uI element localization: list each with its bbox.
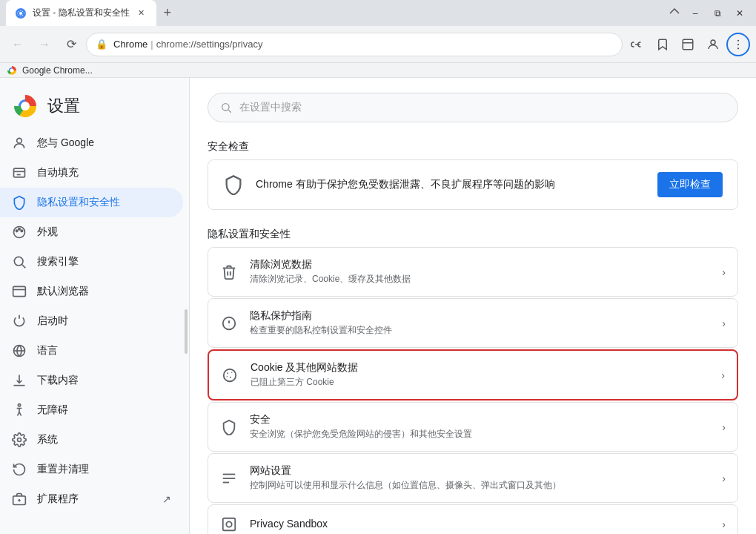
download-icon <box>12 373 27 388</box>
accessibility-icon <box>12 403 27 418</box>
sidebar-item-startup[interactable]: 启动时 <box>0 306 183 336</box>
tab-close-btn[interactable]: ✕ <box>136 7 147 19</box>
url-text: Chrome|chrome://settings/privacy <box>113 39 613 50</box>
refresh-btn[interactable]: ⟳ <box>59 33 83 56</box>
sidebar-scroll[interactable]: 您与 Google 自动填充 隐私设置和安全性 外观 <box>0 128 189 534</box>
svg-rect-44 <box>223 518 236 531</box>
browser-icon <box>12 284 27 299</box>
privacy-sandbox-card[interactable]: Privacy Sandbox › <box>208 504 738 534</box>
tab-title: 设置 - 隐私设置和安全性 <box>33 7 130 19</box>
reset-icon <box>12 462 27 477</box>
site-settings-card[interactable]: 网站设置 控制网站可以使用和显示什么信息（如位置信息、摄像头、弹出式窗口及其他）… <box>208 453 738 503</box>
privacy-sandbox-text: Privacy Sandbox <box>250 518 710 531</box>
forward-btn[interactable]: → <box>33 33 56 56</box>
security-text: 安全 安全浏览（保护您免受危险网站的侵害）和其他安全设置 <box>250 413 710 441</box>
privacy-sandbox-title: Privacy Sandbox <box>250 518 710 530</box>
menu-btn[interactable] <box>726 33 750 56</box>
minimize-btn[interactable]: – <box>685 3 706 24</box>
privacy-section-title: 隐私设置和安全性 <box>208 228 738 241</box>
svg-point-45 <box>226 521 231 527</box>
privacy-guide-card[interactable]: 隐私保护指南 检查重要的隐私控制设置和安全控件 › <box>208 298 738 348</box>
svg-point-38 <box>231 372 232 372</box>
sidebar-item-search[interactable]: 搜索引擎 <box>0 247 183 277</box>
site-settings-sub: 控制网站可以使用和显示什么信息（如位置信息、摄像头、弹出式窗口及其他） <box>250 479 710 492</box>
sidebar-item-language[interactable]: 语言 <box>0 336 183 366</box>
check-now-btn[interactable]: 立即检查 <box>657 172 723 197</box>
sidebar-item-reset[interactable]: 重置并清理 <box>0 455 183 484</box>
svg-point-19 <box>19 228 21 231</box>
svg-line-32 <box>228 110 231 113</box>
sidebar-item-download[interactable]: 下载内容 <box>0 366 183 395</box>
svg-rect-23 <box>13 286 26 296</box>
search-icon <box>12 254 27 269</box>
security-card[interactable]: 安全 安全浏览（保护您免受危险网站的侵害）和其他安全设置 › <box>208 402 738 452</box>
sidebar-item-appearance[interactable]: 外观 <box>0 217 183 247</box>
person-icon <box>12 136 27 151</box>
site-settings-text: 网站设置 控制网站可以使用和显示什么信息（如位置信息、摄像头、弹出式窗口及其他） <box>250 464 710 492</box>
svg-point-13 <box>17 138 22 143</box>
sidebar-item-autofill[interactable]: 自动填充 <box>0 158 183 188</box>
svg-point-37 <box>227 372 228 374</box>
svg-point-31 <box>222 104 229 111</box>
cookies-text: Cookie 及其他网站数据 已阻止第三方 Cookie <box>251 361 709 389</box>
svg-rect-2 <box>683 39 693 50</box>
svg-point-9 <box>10 68 14 72</box>
url-separator: | <box>150 39 153 50</box>
sidebar-item-privacy[interactable]: 隐私设置和安全性 <box>0 188 183 217</box>
settings-search-bar[interactable]: 在设置中搜索 <box>208 93 738 122</box>
url-path: chrome://settings/privacy <box>156 39 263 50</box>
clear-browsing-text: 清除浏览数据 清除浏览记录、Cookie、缓存及其他数据 <box>250 258 710 286</box>
content-area[interactable]: 在设置中搜索 安全检查 Chrome 有助于保护您免受数据泄露、不良扩展程序等问… <box>190 78 756 534</box>
close-btn[interactable]: ✕ <box>729 3 750 24</box>
safety-shield-icon <box>223 174 244 195</box>
svg-point-39 <box>227 376 228 377</box>
privacy-guide-text: 隐私保护指南 检查重要的隐私控制设置和安全控件 <box>250 309 710 337</box>
svg-point-5 <box>737 39 739 41</box>
bookmark-icon[interactable] <box>651 33 674 56</box>
privacy-guide-arrow: › <box>722 317 726 329</box>
main-layout: 设置 您与 Google 自动填充 隐私设置和安全性 <box>0 78 756 534</box>
new-tab-btn[interactable]: + <box>156 2 179 24</box>
privacy-guide-icon <box>220 314 238 332</box>
tab-search-icon[interactable] <box>676 33 700 56</box>
sidebar-item-extensions[interactable]: 扩展程序 ↗ <box>0 484 183 514</box>
active-tab[interactable]: 设置 - 隐私设置和安全性 ✕ <box>6 0 156 26</box>
sidebar-label-appearance: 外观 <box>37 225 58 239</box>
profile-icon[interactable] <box>701 33 725 56</box>
site-settings-arrow: › <box>722 472 726 484</box>
share-icon[interactable] <box>626 33 649 56</box>
svg-line-22 <box>22 265 26 268</box>
security-sub: 安全浏览（保护您免受危险网站的侵害）和其他安全设置 <box>250 428 710 441</box>
lock-icon: 🔒 <box>96 39 107 50</box>
clear-browsing-sub: 清除浏览记录、Cookie、缓存及其他数据 <box>250 273 710 286</box>
svg-point-18 <box>16 230 18 232</box>
sidebar-label-google: 您与 Google <box>37 136 94 150</box>
privacy-guide-sub: 检查重要的隐私控制设置和安全控件 <box>250 324 710 337</box>
power-icon <box>12 314 27 329</box>
svg-point-4 <box>711 40 715 44</box>
cookies-arrow: › <box>721 369 725 381</box>
sidebar-label-search: 搜索引擎 <box>37 255 79 268</box>
sidebar-label-startup: 启动时 <box>37 314 68 328</box>
sidebar-item-system[interactable]: 系统 <box>0 425 183 455</box>
globe-icon <box>12 343 27 358</box>
cookies-card[interactable]: Cookie 及其他网站数据 已阻止第三方 Cookie › <box>208 349 738 400</box>
window-controls: – ⧉ ✕ <box>669 3 750 24</box>
window-controls-icon <box>669 7 683 19</box>
sidebar-item-browser[interactable]: 默认浏览器 <box>0 277 183 306</box>
search-icon <box>220 102 232 113</box>
security-title: 安全 <box>250 413 710 426</box>
toolbar-icons <box>626 33 750 56</box>
palette-icon <box>12 225 27 240</box>
back-btn[interactable]: ← <box>6 33 30 56</box>
sidebar-item-google[interactable]: 您与 Google <box>0 128 183 158</box>
svg-point-20 <box>21 230 23 232</box>
url-bar[interactable]: 🔒 Chrome|chrome://settings/privacy <box>86 33 623 56</box>
clear-browsing-arrow: › <box>722 266 726 278</box>
sidebar-item-accessibility[interactable]: 无障碍 <box>0 395 183 425</box>
clear-browsing-card[interactable]: 清除浏览数据 清除浏览记录、Cookie、缓存及其他数据 › <box>208 247 738 297</box>
extension-icon <box>12 492 27 507</box>
external-link-icon: ↗ <box>162 493 171 505</box>
restore-btn[interactable]: ⧉ <box>707 3 728 24</box>
sidebar-title: 设置 <box>47 95 80 117</box>
